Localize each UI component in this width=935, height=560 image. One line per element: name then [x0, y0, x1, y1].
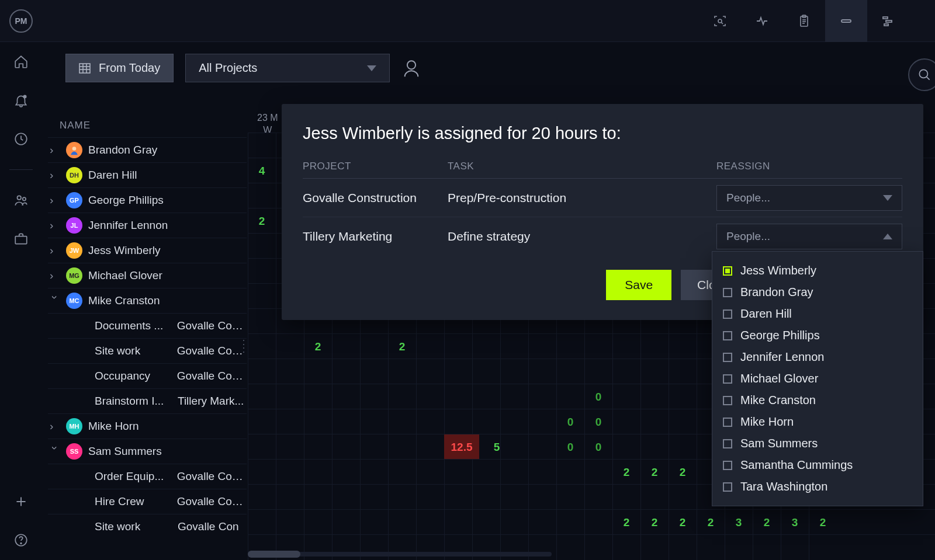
task-row[interactable]: Documents ...Govalle Con... [48, 313, 247, 338]
checkbox-icon[interactable] [723, 482, 732, 492]
chevron-right-icon[interactable]: › [50, 244, 60, 257]
hours-cell[interactable]: 2 [640, 510, 669, 535]
reassign-dropdown-closed[interactable]: People... [716, 185, 902, 211]
chevron-down-icon[interactable]: › [49, 446, 61, 457]
people-option[interactable]: Sam Summers [723, 433, 912, 454]
hours-cell[interactable]: 2 [669, 510, 697, 535]
checkbox-icon[interactable] [723, 418, 732, 427]
chevron-right-icon[interactable]: › [50, 420, 60, 433]
task-row[interactable]: Site workGovalle Con [48, 514, 247, 539]
clipboard-icon[interactable] [783, 0, 825, 42]
user-filter-icon[interactable] [401, 58, 421, 78]
chevron-right-icon[interactable]: › [50, 169, 60, 182]
person-row[interactable]: › SS Sam Summers [48, 439, 247, 464]
activity-icon[interactable] [741, 0, 783, 42]
hours-cell[interactable]: 2 [753, 510, 781, 535]
people-option[interactable]: Jennifer Lennon [723, 346, 912, 368]
people-option[interactable]: Samantha Cummings [723, 454, 912, 476]
person-row[interactable]: › DH Daren Hill [48, 162, 247, 187]
chevron-right-icon[interactable]: › [50, 144, 60, 156]
home-icon[interactable] [13, 54, 29, 70]
option-label: Daren Hill [740, 307, 792, 321]
hours-cell[interactable]: 2 [612, 510, 640, 535]
people-option[interactable]: Michael Glover [723, 368, 912, 389]
svg-point-12 [18, 196, 22, 200]
save-button[interactable]: Save [606, 270, 671, 300]
briefcase-icon[interactable] [13, 231, 29, 247]
checkbox-icon[interactable] [723, 331, 732, 340]
task-name: Occupancy [95, 370, 170, 382]
task-row[interactable]: Hire CrewGovalle Con... [48, 489, 247, 514]
person-name: Mike Horn [88, 420, 139, 433]
people-option[interactable]: Jess Wimberly [723, 260, 912, 281]
person-row[interactable]: › JL Jennifer Lennon [48, 213, 247, 238]
people-option[interactable]: Mike Cranston [723, 389, 912, 411]
help-icon[interactable] [13, 532, 29, 548]
bell-icon[interactable] [13, 92, 29, 109]
person-name: Michael Glover [88, 269, 162, 282]
person-row[interactable]: › MG Michael Glover [48, 263, 247, 288]
checkbox-icon[interactable] [723, 396, 732, 405]
hours-cell[interactable]: 0 [556, 409, 584, 434]
checkbox-icon[interactable] [723, 461, 732, 470]
checkbox-icon[interactable] [723, 309, 732, 319]
hours-cell[interactable]: 3 [781, 510, 809, 535]
task-row[interactable]: OccupancyGovalle Con... [48, 363, 247, 388]
avatar: JW [66, 242, 82, 259]
checkbox-icon[interactable] [723, 439, 732, 448]
hours-cell[interactable]: 2 [304, 334, 332, 359]
hours-cell[interactable]: 4 [248, 158, 276, 183]
horizontal-scrollbar[interactable] [248, 552, 552, 556]
checkbox-icon[interactable] [723, 266, 732, 276]
projects-dropdown[interactable]: All Projects [185, 54, 390, 82]
gantt-icon[interactable] [867, 0, 909, 42]
checkbox-icon[interactable] [723, 288, 732, 297]
hours-cell[interactable]: 5 [483, 434, 511, 460]
person-row[interactable]: › JW Jess Wimberly [48, 238, 247, 263]
hours-cell[interactable]: 0 [556, 434, 584, 460]
scan-icon[interactable] [699, 0, 741, 42]
person-row[interactable]: › MH Mike Horn [48, 413, 247, 439]
chevron-right-icon[interactable]: › [50, 194, 60, 207]
person-row[interactable]: › GP George Phillips [48, 187, 247, 213]
hours-cell[interactable]: 2 [612, 460, 640, 485]
checkbox-icon[interactable] [723, 353, 732, 362]
search-button[interactable] [908, 58, 935, 91]
hours-cell[interactable]: 0 [584, 409, 612, 434]
workload-icon[interactable] [825, 0, 867, 42]
chevron-right-icon[interactable]: › [50, 269, 60, 282]
hours-cell[interactable]: 2 [809, 510, 837, 535]
hours-cell[interactable]: 2 [248, 208, 276, 234]
checkbox-icon[interactable] [723, 374, 732, 384]
hours-cell[interactable]: 0 [584, 434, 612, 460]
task-row[interactable]: Brainstorm I...Tillery Mark... [48, 388, 247, 413]
chevron-down-icon[interactable]: › [49, 295, 61, 306]
hours-cell[interactable]: 0 [584, 384, 612, 409]
hours-cell[interactable]: 2 [697, 510, 725, 535]
svg-point-13 [23, 197, 26, 200]
hours-cell[interactable]: 3 [725, 510, 753, 535]
from-today-button[interactable]: From Today [65, 54, 174, 82]
person-row[interactable]: › MC Mike Cranston [48, 288, 247, 313]
task-row[interactable]: Order Equip...Govalle Con... [48, 464, 247, 489]
task-row[interactable]: Site workGovalle Con... [48, 338, 247, 363]
task-cell: Prep/Pre-construction [448, 179, 716, 217]
people-option[interactable]: Tara Washington [723, 476, 912, 498]
hours-cell[interactable]: 2 [640, 460, 669, 485]
people-option[interactable]: George Phillips [723, 325, 912, 346]
person-row[interactable]: › Brandon Gray [48, 137, 247, 162]
scrollbar-thumb[interactable] [248, 551, 300, 558]
chevron-right-icon[interactable]: › [50, 219, 60, 232]
reassign-dropdown-open[interactable]: People... [716, 224, 902, 249]
people-option[interactable]: Mike Horn [723, 411, 912, 433]
hours-cell-overload[interactable]: 12.5 [444, 434, 479, 460]
people-option[interactable]: Daren Hill [723, 303, 912, 325]
hours-cell[interactable]: 2 [669, 460, 697, 485]
people-option[interactable]: Brandon Gray [723, 281, 912, 303]
hours-cell[interactable]: 2 [388, 334, 416, 359]
clock-icon[interactable] [13, 131, 29, 147]
plus-icon[interactable] [13, 493, 29, 510]
team-icon[interactable] [13, 192, 29, 208]
drag-handle-icon[interactable] [243, 340, 247, 353]
projects-dropdown-label: All Projects [199, 61, 257, 75]
